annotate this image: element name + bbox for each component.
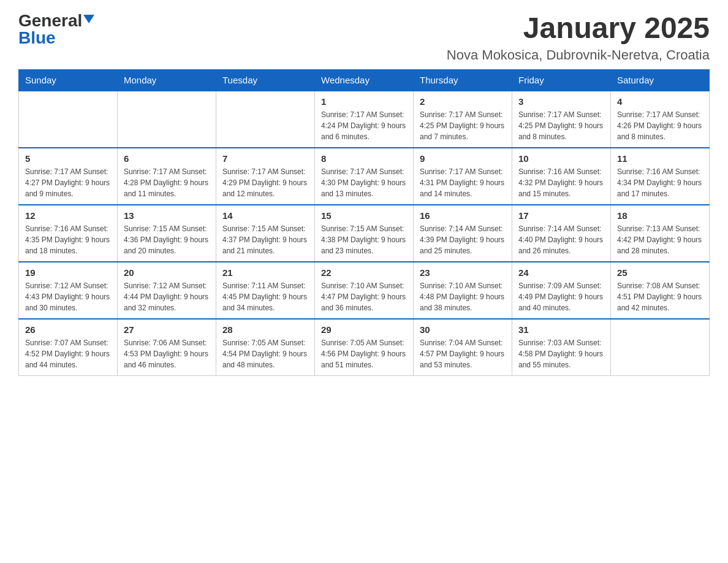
day-info: Sunrise: 7:13 AM Sunset: 4:42 PM Dayligh…	[617, 223, 703, 256]
day-number: 3	[518, 96, 604, 107]
day-number: 6	[124, 153, 210, 164]
calendar-day-cell: 29Sunrise: 7:05 AM Sunset: 4:56 PM Dayli…	[315, 319, 414, 376]
day-info: Sunrise: 7:17 AM Sunset: 4:31 PM Dayligh…	[420, 166, 506, 199]
calendar-day-cell: 10Sunrise: 7:16 AM Sunset: 4:32 PM Dayli…	[512, 148, 611, 205]
calendar-day-cell: 12Sunrise: 7:16 AM Sunset: 4:35 PM Dayli…	[19, 205, 118, 262]
day-info: Sunrise: 7:05 AM Sunset: 4:56 PM Dayligh…	[321, 337, 407, 370]
day-number: 31	[518, 324, 604, 335]
day-number: 26	[25, 324, 111, 335]
day-number: 20	[124, 267, 210, 278]
day-info: Sunrise: 7:17 AM Sunset: 4:28 PM Dayligh…	[124, 166, 210, 199]
calendar-day-cell: 30Sunrise: 7:04 AM Sunset: 4:57 PM Dayli…	[414, 319, 512, 376]
day-info: Sunrise: 7:10 AM Sunset: 4:48 PM Dayligh…	[420, 280, 506, 313]
calendar-day-cell: 11Sunrise: 7:16 AM Sunset: 4:34 PM Dayli…	[611, 148, 710, 205]
day-of-week-header: Thursday	[414, 69, 512, 91]
day-number: 28	[222, 324, 308, 335]
day-number: 23	[420, 267, 506, 278]
calendar-week-row: 12Sunrise: 7:16 AM Sunset: 4:35 PM Dayli…	[19, 205, 710, 262]
calendar-day-cell: 20Sunrise: 7:12 AM Sunset: 4:44 PM Dayli…	[118, 262, 216, 319]
calendar-day-cell: 23Sunrise: 7:10 AM Sunset: 4:48 PM Dayli…	[414, 262, 512, 319]
day-number: 2	[420, 96, 506, 107]
calendar-day-cell	[216, 91, 315, 148]
calendar-day-cell: 7Sunrise: 7:17 AM Sunset: 4:29 PM Daylig…	[216, 148, 315, 205]
calendar-day-cell	[118, 91, 216, 148]
logo-blue: Blue	[18, 29, 56, 47]
day-info: Sunrise: 7:17 AM Sunset: 4:30 PM Dayligh…	[321, 166, 407, 199]
day-info: Sunrise: 7:14 AM Sunset: 4:40 PM Dayligh…	[518, 223, 604, 256]
day-info: Sunrise: 7:16 AM Sunset: 4:34 PM Dayligh…	[617, 166, 703, 199]
calendar-day-cell: 14Sunrise: 7:15 AM Sunset: 4:37 PM Dayli…	[216, 205, 315, 262]
day-info: Sunrise: 7:15 AM Sunset: 4:38 PM Dayligh…	[321, 223, 407, 256]
logo-triangle-icon	[83, 15, 94, 23]
title-section: January 2025 Nova Mokosica, Dubrovnik-Ne…	[447, 12, 710, 63]
days-of-week-row: SundayMondayTuesdayWednesdayThursdayFrid…	[19, 69, 710, 91]
day-info: Sunrise: 7:16 AM Sunset: 4:35 PM Dayligh…	[25, 223, 111, 256]
day-info: Sunrise: 7:09 AM Sunset: 4:49 PM Dayligh…	[518, 280, 604, 313]
calendar-day-cell: 22Sunrise: 7:10 AM Sunset: 4:47 PM Dayli…	[315, 262, 414, 319]
calendar-day-cell: 31Sunrise: 7:03 AM Sunset: 4:58 PM Dayli…	[512, 319, 611, 376]
calendar-week-row: 1Sunrise: 7:17 AM Sunset: 4:24 PM Daylig…	[19, 91, 710, 148]
calendar-day-cell: 27Sunrise: 7:06 AM Sunset: 4:53 PM Dayli…	[118, 319, 216, 376]
day-info: Sunrise: 7:06 AM Sunset: 4:53 PM Dayligh…	[124, 337, 210, 370]
day-info: Sunrise: 7:10 AM Sunset: 4:47 PM Dayligh…	[321, 280, 407, 313]
day-of-week-header: Tuesday	[216, 69, 315, 91]
day-number: 29	[321, 324, 407, 335]
day-number: 18	[617, 210, 703, 221]
day-info: Sunrise: 7:17 AM Sunset: 4:26 PM Dayligh…	[617, 109, 703, 142]
calendar-day-cell: 6Sunrise: 7:17 AM Sunset: 4:28 PM Daylig…	[118, 148, 216, 205]
day-number: 27	[124, 324, 210, 335]
day-number: 5	[25, 153, 111, 164]
calendar-day-cell: 17Sunrise: 7:14 AM Sunset: 4:40 PM Dayli…	[512, 205, 611, 262]
calendar-day-cell: 21Sunrise: 7:11 AM Sunset: 4:45 PM Dayli…	[216, 262, 315, 319]
calendar-day-cell: 13Sunrise: 7:15 AM Sunset: 4:36 PM Dayli…	[118, 205, 216, 262]
calendar-day-cell: 9Sunrise: 7:17 AM Sunset: 4:31 PM Daylig…	[414, 148, 512, 205]
day-info: Sunrise: 7:15 AM Sunset: 4:37 PM Dayligh…	[222, 223, 308, 256]
day-info: Sunrise: 7:12 AM Sunset: 4:44 PM Dayligh…	[124, 280, 210, 313]
calendar-week-row: 26Sunrise: 7:07 AM Sunset: 4:52 PM Dayli…	[19, 319, 710, 376]
day-number: 30	[420, 324, 506, 335]
calendar-day-cell	[611, 319, 710, 376]
calendar-day-cell: 18Sunrise: 7:13 AM Sunset: 4:42 PM Dayli…	[611, 205, 710, 262]
day-of-week-header: Friday	[512, 69, 611, 91]
calendar-table: SundayMondayTuesdayWednesdayThursdayFrid…	[18, 69, 710, 376]
day-number: 24	[518, 267, 604, 278]
calendar-header: SundayMondayTuesdayWednesdayThursdayFrid…	[19, 69, 710, 91]
day-info: Sunrise: 7:17 AM Sunset: 4:29 PM Dayligh…	[222, 166, 308, 199]
day-of-week-header: Monday	[118, 69, 216, 91]
day-info: Sunrise: 7:17 AM Sunset: 4:25 PM Dayligh…	[420, 109, 506, 142]
day-number: 22	[321, 267, 407, 278]
day-info: Sunrise: 7:17 AM Sunset: 4:25 PM Dayligh…	[518, 109, 604, 142]
day-number: 9	[420, 153, 506, 164]
day-info: Sunrise: 7:14 AM Sunset: 4:39 PM Dayligh…	[420, 223, 506, 256]
day-number: 17	[518, 210, 604, 221]
calendar-day-cell: 4Sunrise: 7:17 AM Sunset: 4:26 PM Daylig…	[611, 91, 710, 148]
day-number: 1	[321, 96, 407, 107]
calendar-day-cell: 16Sunrise: 7:14 AM Sunset: 4:39 PM Dayli…	[414, 205, 512, 262]
calendar-day-cell: 26Sunrise: 7:07 AM Sunset: 4:52 PM Dayli…	[19, 319, 118, 376]
day-info: Sunrise: 7:05 AM Sunset: 4:54 PM Dayligh…	[222, 337, 308, 370]
day-number: 7	[222, 153, 308, 164]
calendar-body: 1Sunrise: 7:17 AM Sunset: 4:24 PM Daylig…	[19, 91, 710, 376]
day-info: Sunrise: 7:04 AM Sunset: 4:57 PM Dayligh…	[420, 337, 506, 370]
calendar-day-cell	[19, 91, 118, 148]
day-number: 16	[420, 210, 506, 221]
day-info: Sunrise: 7:11 AM Sunset: 4:45 PM Dayligh…	[222, 280, 308, 313]
day-number: 8	[321, 153, 407, 164]
day-number: 15	[321, 210, 407, 221]
day-of-week-header: Wednesday	[315, 69, 414, 91]
day-number: 21	[222, 267, 308, 278]
calendar-week-row: 19Sunrise: 7:12 AM Sunset: 4:43 PM Dayli…	[19, 262, 710, 319]
calendar-day-cell: 8Sunrise: 7:17 AM Sunset: 4:30 PM Daylig…	[315, 148, 414, 205]
calendar-day-cell: 24Sunrise: 7:09 AM Sunset: 4:49 PM Dayli…	[512, 262, 611, 319]
calendar-day-cell: 1Sunrise: 7:17 AM Sunset: 4:24 PM Daylig…	[315, 91, 414, 148]
calendar-week-row: 5Sunrise: 7:17 AM Sunset: 4:27 PM Daylig…	[19, 148, 710, 205]
day-info: Sunrise: 7:07 AM Sunset: 4:52 PM Dayligh…	[25, 337, 111, 370]
calendar-day-cell: 3Sunrise: 7:17 AM Sunset: 4:25 PM Daylig…	[512, 91, 611, 148]
calendar-day-cell: 25Sunrise: 7:08 AM Sunset: 4:51 PM Dayli…	[611, 262, 710, 319]
day-info: Sunrise: 7:03 AM Sunset: 4:58 PM Dayligh…	[518, 337, 604, 370]
calendar-day-cell: 15Sunrise: 7:15 AM Sunset: 4:38 PM Dayli…	[315, 205, 414, 262]
day-of-week-header: Saturday	[611, 69, 710, 91]
day-number: 11	[617, 153, 703, 164]
day-number: 25	[617, 267, 703, 278]
calendar-day-cell: 28Sunrise: 7:05 AM Sunset: 4:54 PM Dayli…	[216, 319, 315, 376]
